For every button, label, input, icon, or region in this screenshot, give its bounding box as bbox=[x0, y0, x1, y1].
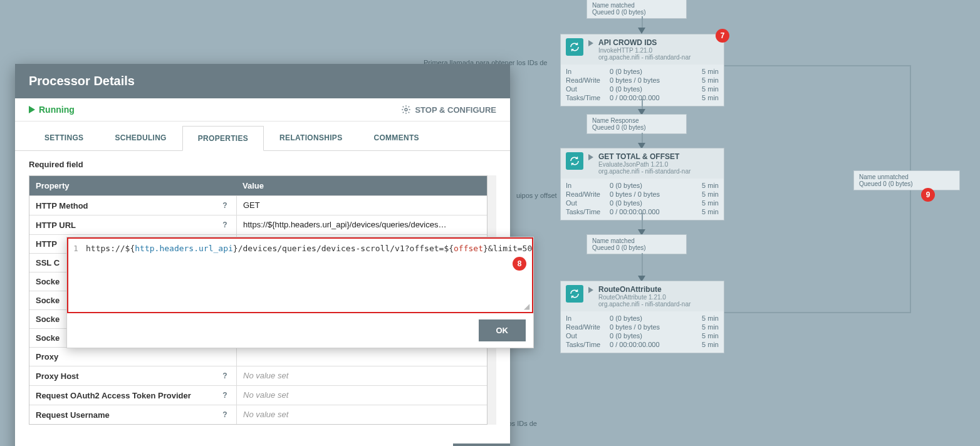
column-header-value: Value bbox=[236, 176, 487, 195]
tab-properties[interactable]: PROPERTIES bbox=[182, 126, 264, 151]
processor-node-route-on-attribute[interactable]: RouteOnAttribute RouteOnAttribute 1.21.0… bbox=[560, 281, 724, 353]
annotation-badge: 8 bbox=[513, 257, 526, 271]
property-value[interactable]: No value set bbox=[236, 386, 487, 405]
processor-icon bbox=[566, 152, 583, 170]
stat-label: Out bbox=[566, 332, 610, 340]
stat-window: 5 min bbox=[694, 182, 719, 189]
tab-relationships[interactable]: RELATIONSHIPS bbox=[264, 125, 358, 150]
connection-name: Name Response bbox=[592, 117, 665, 124]
connection-label[interactable]: Name unmatched Queued 0 (0 bytes) bbox=[853, 170, 960, 190]
processor-type: EvaluateJsonPath 1.21.0 bbox=[598, 161, 691, 168]
connector-line bbox=[642, 253, 643, 278]
property-value[interactable]: No value set bbox=[236, 366, 487, 385]
processor-icon bbox=[566, 38, 583, 56]
status-running: Running bbox=[29, 105, 75, 115]
stat-window: 5 min bbox=[694, 341, 719, 348]
stat-label: Tasks/Time bbox=[566, 94, 610, 101]
stat-label: Tasks/Time bbox=[566, 341, 610, 348]
connection-label[interactable]: Name matched Queued 0 (0 bytes) bbox=[586, 0, 687, 19]
processor-type: RouteOnAttribute 1.21.0 bbox=[598, 294, 691, 301]
url-editor[interactable]: 1 https://${http.headers.url_api}/device… bbox=[67, 237, 533, 313]
help-icon[interactable] bbox=[220, 390, 230, 400]
connection-queued: Queued 0 (0 bytes) bbox=[592, 9, 665, 16]
stat-window: 5 min bbox=[694, 85, 719, 93]
ok-button[interactable]: OK bbox=[453, 443, 511, 446]
processor-icon bbox=[566, 285, 583, 303]
processor-title: RouteOnAttribute bbox=[598, 285, 691, 294]
property-value[interactable]: No value set bbox=[236, 405, 487, 424]
connector-line bbox=[724, 312, 911, 313]
connector-line bbox=[724, 65, 911, 66]
help-icon[interactable] bbox=[220, 220, 230, 230]
property-name: HTTP URL bbox=[36, 220, 76, 230]
property-name: SSL C bbox=[36, 258, 60, 267]
property-name: HTTP Method bbox=[36, 201, 88, 210]
modal-title: Processor Details bbox=[15, 64, 510, 98]
stat-value: 0 / 00:00:00.000 bbox=[610, 94, 694, 101]
stat-value: 0 (0 bytes) bbox=[610, 182, 694, 189]
property-value[interactable]: GET bbox=[236, 196, 487, 215]
property-value[interactable] bbox=[236, 348, 487, 366]
svg-point-0 bbox=[405, 108, 407, 111]
tab-scheduling[interactable]: SCHEDULING bbox=[99, 125, 182, 150]
connection-queued: Queued 0 (0 bytes) bbox=[592, 244, 665, 251]
arrow-down-icon bbox=[638, 28, 645, 34]
connection-label[interactable]: Name Response Queued 0 (0 bytes) bbox=[586, 114, 687, 134]
stat-window: 5 min bbox=[694, 314, 719, 322]
processor-title: GET TOTAL & OFFSET bbox=[598, 152, 691, 161]
stat-label: Read/Write bbox=[566, 76, 610, 84]
stop-configure-button[interactable]: STOP & CONFIGURE bbox=[401, 105, 496, 115]
stat-window: 5 min bbox=[694, 332, 719, 340]
connection-label[interactable]: Name matched Queued 0 (0 bytes) bbox=[586, 234, 687, 254]
processor-bundle: org.apache.nifi - nifi-standard-nar bbox=[598, 301, 691, 308]
resize-handle-icon[interactable]: ◢ bbox=[68, 302, 532, 312]
stat-value: 0 (0 bytes) bbox=[610, 332, 694, 340]
help-icon[interactable] bbox=[220, 200, 230, 210]
ok-button[interactable]: OK bbox=[479, 319, 526, 341]
stat-label: Tasks/Time bbox=[566, 208, 610, 215]
processor-node-get-total-offset[interactable]: GET TOTAL & OFFSET EvaluateJsonPath 1.21… bbox=[560, 148, 724, 220]
table-row[interactable]: Proxy HostNo value set bbox=[29, 366, 487, 385]
stat-value: 0 (0 bytes) bbox=[610, 199, 694, 207]
table-row[interactable]: HTTP MethodGET bbox=[29, 195, 487, 215]
table-row[interactable]: Request OAuth2 Access Token ProviderNo v… bbox=[29, 385, 487, 405]
connection-name: Name matched bbox=[592, 2, 665, 9]
stat-value: 0 / 00:00:00.000 bbox=[610, 341, 694, 348]
property-value[interactable]: https://${http.headers.url_api}/devices/… bbox=[236, 215, 487, 234]
url-editor-popup: 1 https://${http.headers.url_api}/device… bbox=[66, 237, 534, 348]
stat-value: 0 (0 bytes) bbox=[610, 85, 694, 93]
stat-window: 5 min bbox=[694, 94, 719, 101]
help-icon[interactable] bbox=[220, 410, 230, 420]
property-name: Socke bbox=[36, 333, 60, 343]
processor-node-api-crowd-ids[interactable]: API CROWD IDS InvokeHTTP 1.21.0 org.apac… bbox=[560, 34, 724, 106]
stat-window: 5 min bbox=[694, 68, 719, 75]
stat-value: 0 (0 bytes) bbox=[610, 314, 694, 322]
table-row[interactable]: HTTP URLhttps://${http.headers.url_api}/… bbox=[29, 215, 487, 234]
table-row[interactable]: Request UsernameNo value set bbox=[29, 405, 487, 424]
stat-value: 0 / 00:00:00.000 bbox=[610, 208, 694, 215]
processor-title: API CROWD IDS bbox=[598, 38, 691, 47]
play-icon bbox=[29, 106, 35, 113]
stat-value: 0 (0 bytes) bbox=[610, 68, 694, 75]
table-row[interactable]: Proxy bbox=[29, 347, 487, 366]
stat-value: 0 bytes / 0 bytes bbox=[610, 323, 694, 331]
tab-settings[interactable]: SETTINGS bbox=[29, 125, 99, 150]
property-name: Request OAuth2 Access Token Provider bbox=[36, 391, 191, 400]
annotation-badge: 7 bbox=[716, 29, 729, 43]
stat-value: 0 bytes / 0 bytes bbox=[610, 190, 694, 198]
play-icon bbox=[588, 40, 593, 46]
play-icon bbox=[588, 154, 593, 160]
annotation-badge: 9 bbox=[921, 188, 935, 202]
property-name: Proxy bbox=[36, 352, 58, 361]
help-icon[interactable] bbox=[220, 371, 230, 381]
stat-window: 5 min bbox=[694, 76, 719, 84]
gear-icon bbox=[401, 105, 411, 115]
stat-label: Read/Write bbox=[566, 190, 610, 198]
property-name: HTTP bbox=[36, 239, 57, 249]
stat-label: Out bbox=[566, 85, 610, 93]
tab-comments[interactable]: COMMENTS bbox=[358, 125, 434, 150]
url-text[interactable]: https://${http.headers.url_api}/devices/… bbox=[68, 239, 532, 258]
property-name: Proxy Host bbox=[36, 371, 79, 381]
required-field-label: Required field bbox=[29, 160, 496, 169]
property-name: Request Username bbox=[36, 410, 110, 420]
